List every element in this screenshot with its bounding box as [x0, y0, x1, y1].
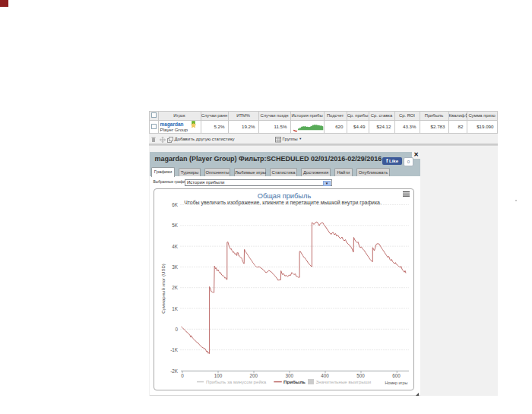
svg-text:100: 100 — [214, 373, 223, 378]
svg-text:200: 200 — [250, 373, 258, 378]
svg-text:3K: 3K — [172, 264, 179, 270]
svg-text:Номер игры: Номер игры — [385, 381, 408, 385]
svg-text:400: 400 — [321, 373, 329, 378]
svg-text:2K: 2K — [172, 285, 179, 290]
svg-text:0: 0 — [181, 373, 184, 378]
svg-text:Суммарный итог (USD): Суммарный итог (USD) — [160, 264, 166, 314]
svg-text:300: 300 — [285, 373, 293, 378]
svg-text:5K: 5K — [172, 223, 179, 228]
svg-text:0: 0 — [175, 327, 178, 332]
svg-text:-1K: -1K — [170, 347, 179, 352]
svg-text:Прибыль за минусом рейка: Прибыль за минусом рейка — [206, 379, 267, 384]
svg-text:Общая прибыль: Общая прибыль — [258, 192, 312, 200]
svg-text:Значительные выигрыши: Значительные выигрыши — [316, 379, 372, 384]
svg-text:1K: 1K — [172, 306, 179, 311]
svg-text:4K: 4K — [172, 244, 179, 249]
svg-text:-2K: -2K — [170, 368, 179, 374]
svg-text:6K: 6K — [172, 202, 179, 207]
svg-text:600: 600 — [392, 373, 401, 378]
svg-text:Прибыль: Прибыль — [283, 379, 306, 384]
svg-text:500: 500 — [356, 373, 365, 378]
